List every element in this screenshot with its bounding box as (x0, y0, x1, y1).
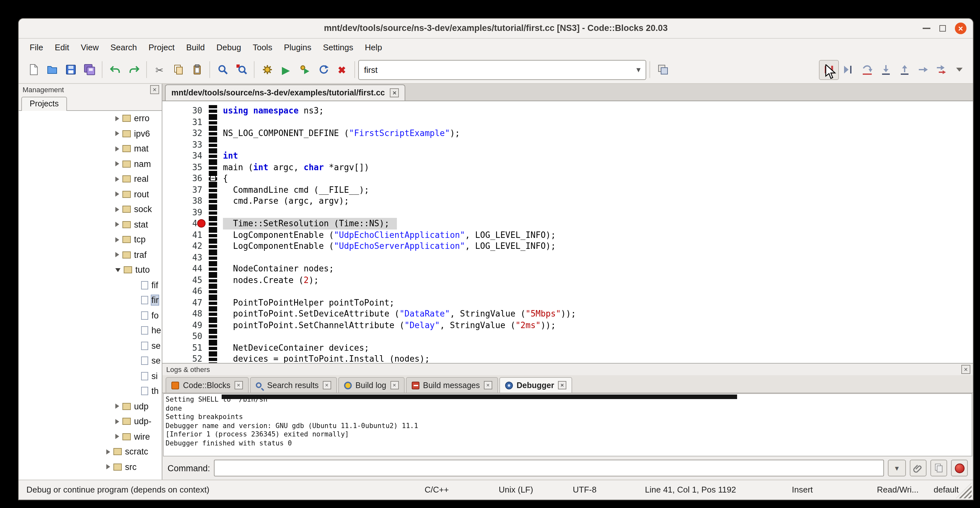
code-line[interactable]: 43 (162, 252, 973, 263)
logs-tab-build-log[interactable]: Build log✕ (338, 377, 404, 393)
chevron-right-icon[interactable] (115, 116, 119, 121)
tree-item-traf[interactable]: traf (19, 247, 162, 263)
code-line[interactable]: 35main (int argc, char *argv[]) (162, 161, 973, 173)
tree-item-udp[interactable]: udp (19, 399, 162, 414)
tab-projects[interactable]: Projects (21, 97, 67, 111)
tree-item-nam[interactable]: nam (19, 156, 162, 172)
tree-item-ipv6[interactable]: ipv6 (19, 126, 162, 141)
code-line[interactable]: 40 Time::SetResolution (Time::NS); (162, 218, 973, 229)
code-line[interactable]: 50 (162, 331, 973, 342)
tree-item-se[interactable]: se (19, 338, 162, 353)
tree-item-udp[interactable]: udp- (19, 414, 162, 429)
tree-item-real[interactable]: real (19, 172, 162, 186)
code-line[interactable]: 51 NetDeviceContainer devices; (162, 342, 973, 353)
fold-margin[interactable] (209, 342, 217, 353)
code-line[interactable]: 46 (162, 286, 973, 297)
code-line[interactable]: 36{ (162, 173, 973, 184)
chevron-down-icon[interactable]: ▼ (632, 66, 646, 73)
debugger-log[interactable]: Setting SHELL to '/bin/sh'doneSetting br… (163, 393, 972, 456)
close-icon[interactable]: ✕ (484, 381, 492, 389)
tree-item-rout[interactable]: rout (19, 186, 162, 202)
breakpoint-marker[interactable] (197, 219, 205, 228)
close-icon[interactable]: ✕ (955, 22, 966, 34)
menu-item-view[interactable]: View (75, 39, 105, 56)
undo-button[interactable] (106, 60, 124, 79)
menu-item-search[interactable]: Search (105, 39, 143, 56)
fold-margin[interactable] (209, 308, 217, 319)
menu-item-file[interactable]: File (24, 39, 49, 56)
more-tools-chevron-icon[interactable] (956, 68, 963, 72)
fold-margin[interactable] (209, 195, 217, 207)
code-line[interactable]: 47 PointToPointHelper pointToPoint; (162, 297, 973, 308)
chevron-down-icon[interactable] (115, 268, 121, 272)
tree-item-stat[interactable]: stat (19, 217, 162, 232)
fold-margin[interactable] (209, 105, 217, 116)
code-line[interactable]: 48 pointToPoint.SetDeviceAttribute ("Dat… (162, 308, 973, 319)
code-line[interactable]: 45 nodes.Create (2); (162, 274, 973, 286)
next-line-button[interactable] (858, 60, 876, 79)
run-button[interactable]: ▶ (277, 60, 295, 79)
code-line[interactable]: 41 LogComponentEnable ("UdpEchoClientApp… (162, 229, 973, 240)
editor-tab-first-cc[interactable]: mnt/dev/tools/source/ns-3-dev/examples/t… (165, 84, 406, 100)
project-tree[interactable]: erroipv6matnamrealroutsockstattcptraftut… (19, 111, 162, 479)
code-line[interactable]: 34int (162, 150, 973, 161)
copy-button[interactable] (169, 60, 188, 79)
menu-item-debug[interactable]: Debug (211, 39, 247, 56)
run-to-cursor-button[interactable] (839, 60, 858, 79)
fold-margin[interactable] (209, 353, 217, 363)
chevron-right-icon[interactable] (115, 419, 119, 424)
paste-button[interactable] (188, 60, 206, 79)
debug-windows-button[interactable] (653, 60, 672, 79)
tree-item-erro[interactable]: erro (19, 111, 162, 126)
logs-tab-search-results[interactable]: Search results✕ (250, 377, 337, 393)
close-icon[interactable]: ✕ (558, 381, 566, 389)
tree-item-sock[interactable]: sock (19, 202, 162, 217)
code-line[interactable]: 39 (162, 207, 973, 218)
title-bar[interactable]: mnt/dev/tools/source/ns-3-dev/examples/t… (19, 19, 973, 39)
step-out-button[interactable] (895, 60, 914, 79)
new-file-button[interactable] (24, 60, 43, 79)
code-editor[interactable]: 30using namespace ns3;3132NS_LOG_COMPONE… (162, 101, 973, 363)
menu-item-build[interactable]: Build (180, 39, 211, 56)
tree-item-fir[interactable]: fir (19, 293, 162, 308)
chevron-right-icon[interactable] (106, 449, 110, 454)
code-line[interactable]: 33 (162, 139, 973, 150)
chevron-right-icon[interactable] (115, 252, 119, 258)
code-line[interactable]: 37 CommandLine cmd (__FILE__); (162, 184, 973, 195)
tree-item-mat[interactable]: mat (19, 141, 162, 156)
attach-button[interactable] (910, 460, 926, 476)
fold-margin[interactable] (209, 297, 217, 308)
logs-tab-debugger[interactable]: Debugger✕ (500, 377, 573, 393)
fold-margin[interactable] (209, 274, 217, 286)
abort-build-button[interactable]: ✖ (332, 60, 351, 79)
tree-item-src[interactable]: src (19, 459, 162, 475)
tree-item-tcp[interactable]: tcp (19, 232, 162, 247)
fold-margin[interactable] (209, 207, 217, 218)
menu-item-settings[interactable]: Settings (317, 39, 359, 56)
build-target-combobox[interactable]: ▼ (358, 60, 646, 80)
code-line[interactable]: 30using namespace ns3; (162, 105, 973, 116)
menu-item-tools[interactable]: Tools (247, 39, 278, 56)
debug-continue-button[interactable] (819, 60, 839, 80)
fold-margin[interactable] (209, 127, 217, 139)
save-all-button[interactable] (80, 60, 99, 79)
command-history-dropdown[interactable]: ▼ (888, 460, 906, 476)
close-icon[interactable]: ✕ (234, 381, 243, 389)
tree-item-he[interactable]: he (19, 323, 162, 338)
replace-button[interactable] (232, 60, 251, 79)
tree-item-fif[interactable]: fif (19, 277, 162, 293)
step-into-instruction-button[interactable] (932, 60, 951, 79)
fold-margin[interactable] (209, 218, 217, 229)
fold-margin[interactable] (209, 331, 217, 342)
fold-margin[interactable] (209, 116, 217, 127)
code-line[interactable]: 49 pointToPoint.SetChannelAttribute ("De… (162, 319, 973, 331)
fold-margin[interactable] (209, 184, 217, 195)
maximize-icon[interactable] (939, 25, 946, 32)
tree-item-si[interactable]: si (19, 368, 162, 384)
fold-margin[interactable] (209, 263, 217, 274)
fold-margin[interactable] (209, 252, 217, 263)
build-and-run-button[interactable] (295, 60, 314, 79)
tree-item-scratc[interactable]: scratc (19, 444, 162, 459)
copy-log-button[interactable] (931, 460, 947, 476)
chevron-right-icon[interactable] (115, 131, 119, 136)
